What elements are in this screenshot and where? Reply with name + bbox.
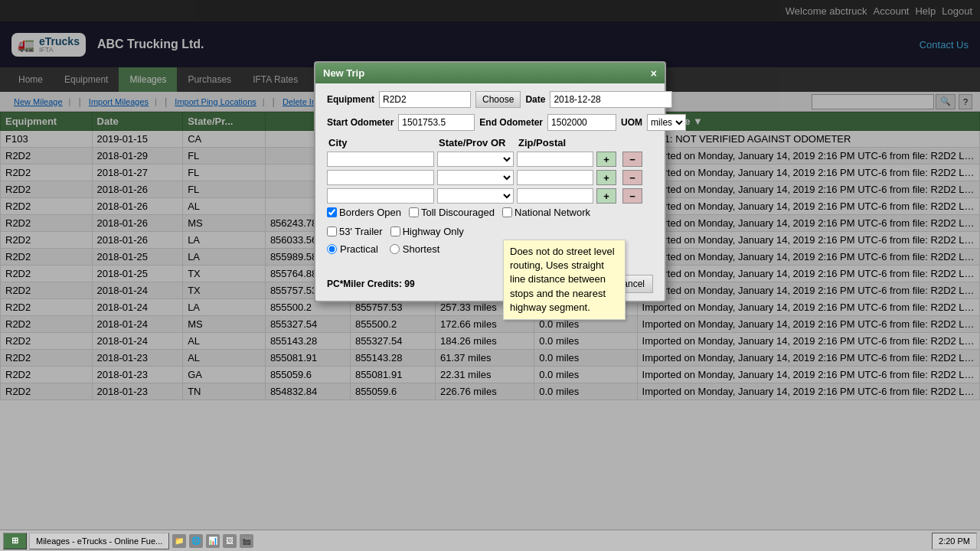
add-row-1-button[interactable]: + xyxy=(596,152,616,167)
end-odo-label: End Odometer xyxy=(479,117,543,128)
routing-tooltip: Does not do street level routing, Uses s… xyxy=(503,240,626,320)
remove-row-1-button[interactable]: − xyxy=(622,152,642,167)
remove-row-2-button[interactable]: − xyxy=(622,170,642,185)
zip-input-2[interactable] xyxy=(517,170,593,185)
date-label: Date xyxy=(525,94,545,105)
zip-input-3[interactable] xyxy=(517,188,593,204)
state-select-2[interactable] xyxy=(437,170,514,185)
shortest-radio[interactable]: Shortest xyxy=(390,243,439,255)
add-row-2-button[interactable]: + xyxy=(596,170,616,185)
start-odo-label: Start Odometer xyxy=(327,117,394,128)
city-input-3[interactable] xyxy=(327,188,434,204)
modal-close-button[interactable]: × xyxy=(651,68,657,79)
city-input-1[interactable] xyxy=(327,152,434,167)
addr-table-headers: City State/Prov OR Zip/Postal xyxy=(327,137,653,148)
routing-radio-row: Practical Shortest Does not do street le… xyxy=(327,243,653,255)
practical-radio[interactable]: Practical xyxy=(327,243,378,255)
uom-select[interactable]: miles km xyxy=(647,114,686,131)
equipment-label: Equipment xyxy=(327,94,374,105)
start-odometer-input[interactable] xyxy=(398,114,475,131)
tooltip-text: Does not do street level routing, Uses s… xyxy=(510,246,615,313)
date-input[interactable] xyxy=(550,91,672,108)
uom-label: UOM xyxy=(621,117,642,128)
new-trip-modal: New Trip × Equipment Choose Date Start O… xyxy=(314,61,666,302)
add-row-3-button[interactable]: + xyxy=(596,188,616,204)
highway-only-checkbox[interactable]: Highway Only xyxy=(390,226,464,237)
modal-title: New Trip xyxy=(323,67,364,79)
odometer-row: Start Odometer End Odometer UOM miles km xyxy=(327,114,653,131)
addr-row-1: + − xyxy=(327,152,653,167)
state-select-3[interactable] xyxy=(437,188,514,204)
addr-row-3: + − xyxy=(327,188,653,204)
modal-header: New Trip × xyxy=(315,63,665,83)
equipment-date-row: Equipment Choose Date xyxy=(327,91,653,108)
end-odometer-input[interactable] xyxy=(547,114,616,131)
remove-row-3-button[interactable]: − xyxy=(622,188,642,204)
city-input-2[interactable] xyxy=(327,170,434,185)
zip-input-1[interactable] xyxy=(517,152,593,167)
borders-open-checkbox[interactable]: Borders Open xyxy=(327,207,401,218)
credits-text: PC*Miler Credits: 99 xyxy=(327,279,415,289)
city-header: City xyxy=(328,137,436,148)
choose-button[interactable]: Choose xyxy=(475,91,521,108)
modal-body: Equipment Choose Date Start Odometer End… xyxy=(315,83,665,270)
checkboxes-row: Borders Open Toll Discouraged National N… xyxy=(327,207,653,237)
national-network-checkbox[interactable]: National Network xyxy=(502,207,590,218)
state-select-1[interactable] xyxy=(437,152,514,167)
zip-header: Zip/Postal xyxy=(518,137,595,148)
state-header: State/Prov OR xyxy=(439,137,515,148)
addr-row-2: + − xyxy=(327,170,653,185)
equipment-input[interactable] xyxy=(379,91,471,108)
53-trailer-checkbox[interactable]: 53' Trailer xyxy=(327,226,383,237)
modal-overlay: New Trip × Equipment Choose Date Start O… xyxy=(0,0,980,530)
toll-discouraged-checkbox[interactable]: Toll Discouraged xyxy=(409,207,495,218)
